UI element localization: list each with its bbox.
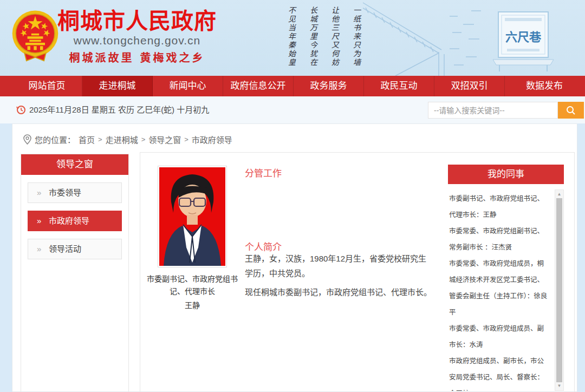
colleagues-scrollbar[interactable]: ▲ ▼: [555, 190, 564, 391]
colleague-item[interactable]: 市委常委、市政府党组成员、副市长：水涛: [449, 321, 550, 353]
sidebar-title: 领导之窗: [21, 154, 128, 175]
breadcrumb-current-page: 市政府领导: [192, 134, 232, 145]
section-title-responsibilities: 分管工作: [245, 166, 282, 179]
colleague-item[interactable]: 市委副书记、市政府党组书记、代理市长：王静: [449, 191, 550, 223]
colleague-item[interactable]: 市委常委、市政府党组成员，桐城经济技术开发区党工委书记、管委会副主任（主持工作）…: [449, 256, 550, 321]
colleague-item[interactable]: 市委常委、市政府党组副书记、常务副市长 ：汪杰贤: [449, 223, 550, 256]
nav-item-investment[interactable]: 双招双引: [434, 76, 505, 96]
breadcrumb: 您的位置： 首页 > 走进桐城 > 领导之窗 > 市政府领导: [23, 133, 232, 146]
current-date-text: 2025年11月28日 星期五 农历 乙巳年(蛇) 十月初九: [29, 96, 209, 123]
nav-item-public-interaction[interactable]: 政民互动: [364, 76, 434, 96]
breadcrumb-prefix: 您的位置：: [35, 134, 75, 145]
breadcrumb-separator: >: [98, 135, 102, 143]
scrollbar-thumb[interactable]: [556, 198, 562, 382]
chevron-right-icon: »: [37, 239, 41, 259]
nav-item-news-center[interactable]: 新闻中心: [153, 76, 223, 96]
bio-paragraph: 王静，女，汉族，1980年12月生，省委党校研究生学历，中共党员。: [245, 251, 432, 280]
date-search-bar: 2025年11月28日 星期五 农历 乙巳年(蛇) 十月初九: [0, 96, 585, 123]
poem-column: 一纸书来只为墙: [351, 6, 362, 71]
sidebar-item-label: 市政府领导: [49, 216, 89, 225]
scroll-down-arrow-icon[interactable]: ▼: [555, 383, 563, 389]
bio-paragraph: 现任桐城市委副书记，市政府党组书记、代理市长。: [245, 285, 432, 299]
leader-profile-panel: 市委副书记、市政府党组书记、代理市长 王静 分管工作 个人简介 王静，女，汉族，…: [140, 152, 575, 392]
leader-name: 王静: [145, 299, 240, 312]
nav-item-gov-info[interactable]: 政府信息公开: [223, 76, 294, 96]
breadcrumb-separator: >: [184, 135, 188, 143]
site-header: 桐城市人民政府 www.tongcheng.gov.cn 桐城派故里 黄梅戏之乡…: [0, 0, 585, 76]
breadcrumb-separator: >: [141, 135, 146, 143]
plaque-text: 六尺巷: [505, 30, 542, 44]
breadcrumb-leaders-window[interactable]: 领导之窗: [148, 134, 181, 145]
poem-column: 不见当年秦始皇: [286, 6, 297, 71]
leader-portrait-photo: [158, 166, 227, 267]
nav-item-home[interactable]: 网站首页: [12, 76, 82, 96]
leader-title-text: 市委副书记、市政府党组书记、代理市长: [145, 273, 240, 298]
chevron-right-icon: »: [37, 183, 41, 202]
poem-column: 长城万里今犹在: [308, 6, 318, 71]
sidebar-item-leader-activities[interactable]: » 领导活动: [28, 239, 122, 259]
colleague-item[interactable]: 市政府党组成员、副市长，市公安局党委书记、局长、督察长：金天柱: [449, 353, 550, 391]
search-icon: [566, 105, 576, 116]
six-foot-alley-poem: 不见当年秦始皇 长城万里今犹在 让他三尺又何妨 一纸书来只为墙: [286, 6, 362, 71]
sidebar-item-city-committee-leaders[interactable]: » 市委领导: [28, 182, 122, 203]
alley-sketch-illustration: 六尺巷: [363, 0, 585, 76]
content-container: 您的位置： 首页 > 走进桐城 > 领导之窗 > 市政府领导 领导之窗 » 市委…: [12, 123, 577, 392]
colleagues-title: 我的同事: [448, 165, 564, 184]
photo-caption: 市委副书记、市政府党组书记、代理市长 王静: [145, 273, 240, 312]
site-slogan: 桐城派故里 黄梅戏之乡: [56, 49, 218, 65]
site-title: 桐城市人民政府: [56, 9, 218, 34]
sidebar-item-label: 市委领导: [49, 188, 81, 197]
nav-item-about-tongcheng[interactable]: 走进桐城: [82, 76, 153, 96]
breadcrumb-home[interactable]: 首页: [79, 134, 95, 145]
location-pin-icon: [23, 134, 31, 145]
scroll-up-arrow-icon[interactable]: ▲: [555, 191, 563, 198]
clock-icon: [16, 105, 26, 115]
search-input[interactable]: [428, 102, 558, 119]
main-nav: 网站首页 走进桐城 新闻中心 政府信息公开 政务服务 政民互动 双招双引 数据发…: [0, 76, 585, 96]
colleagues-list[interactable]: 市委副书记、市政府党组书记、代理市长：王静 市委常委、市政府党组副书记、常务副市…: [448, 190, 564, 391]
poem-column: 让他三尺又何妨: [329, 6, 340, 71]
colleagues-panel: 我的同事 市委副书记、市政府党组书记、代理市长：王静 市委常委、市政府党组副书记…: [448, 165, 564, 391]
breadcrumb-about[interactable]: 走进桐城: [106, 134, 138, 145]
biography-text: 王静，女，汉族，1980年12月生，省委党校研究生学历，中共党员。 现任桐城市委…: [245, 251, 432, 299]
site-url: www.tongcheng.gov.cn: [56, 34, 218, 48]
nav-item-data-release[interactable]: 数据发布: [505, 76, 584, 96]
sidebar-item-label: 领导活动: [49, 244, 81, 253]
search-button[interactable]: [558, 102, 584, 119]
leaders-sidebar: 领导之窗 » 市委领导 » 市政府领导 » 领导活动: [21, 154, 129, 392]
sidebar-item-city-government-leaders[interactable]: » 市政府领导: [28, 211, 122, 231]
national-emblem-logo: [11, 5, 60, 69]
nav-item-gov-services[interactable]: 政务服务: [294, 76, 364, 96]
chevron-right-icon: »: [37, 211, 41, 231]
